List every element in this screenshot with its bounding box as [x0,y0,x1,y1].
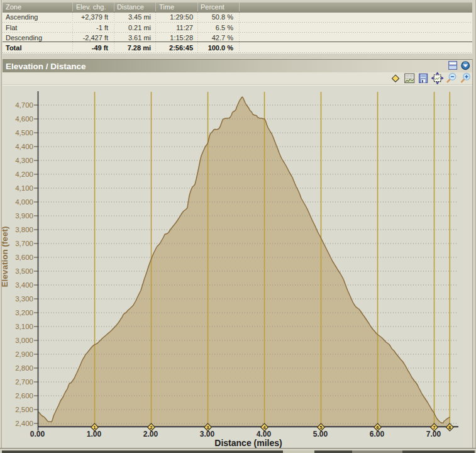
svg-text:4,400: 4,400 [15,143,33,150]
svg-text:1.00: 1.00 [87,430,102,439]
svg-text:3,800: 3,800 [15,226,33,233]
svg-text:3,500: 3,500 [15,267,33,275]
svg-text:2,500: 2,500 [15,406,33,413]
svg-text:2: 2 [150,425,153,430]
svg-text:3,100: 3,100 [15,323,33,330]
svg-text:7.00: 7.00 [426,430,441,439]
svg-text:3,200: 3,200 [15,309,33,316]
svg-text:4.00: 4.00 [257,430,272,439]
svg-text:6.00: 6.00 [370,430,385,439]
svg-text:1: 1 [94,425,96,430]
svg-text:4: 4 [263,425,266,430]
svg-text:5.00: 5.00 [313,430,328,439]
svg-text:4,600: 4,600 [15,115,33,123]
svg-text:5: 5 [320,425,323,430]
svg-text:6: 6 [377,425,379,430]
svg-text:4,500: 4,500 [15,129,33,137]
svg-text:8: 8 [448,425,451,430]
svg-text:3: 3 [207,425,209,430]
svg-text:3,700: 3,700 [15,240,33,247]
svg-text:4,100: 4,100 [15,184,33,192]
svg-text:3,300: 3,300 [15,295,33,303]
svg-text:2,900: 2,900 [15,350,33,358]
svg-text:Distance (miles): Distance (miles) [214,438,282,448]
svg-text:3.00: 3.00 [200,430,215,439]
svg-text:4,700: 4,700 [15,101,33,109]
svg-text:0.00: 0.00 [30,430,45,439]
svg-text:2,400: 2,400 [15,420,33,427]
svg-text:4,300: 4,300 [15,157,33,164]
svg-text:4,200: 4,200 [15,171,33,178]
svg-text:Elevation (feet): Elevation (feet) [0,226,9,288]
svg-text:2,600: 2,600 [15,392,33,400]
svg-text:3,900: 3,900 [15,212,33,220]
svg-text:3,000: 3,000 [15,337,33,344]
svg-text:2.00: 2.00 [143,430,158,439]
svg-text:4,000: 4,000 [15,198,33,206]
svg-text:2,700: 2,700 [15,378,33,386]
svg-text:7: 7 [433,425,436,430]
svg-text:3,600: 3,600 [15,254,33,261]
svg-text:3,400: 3,400 [15,281,33,289]
svg-text:2,800: 2,800 [15,364,33,372]
